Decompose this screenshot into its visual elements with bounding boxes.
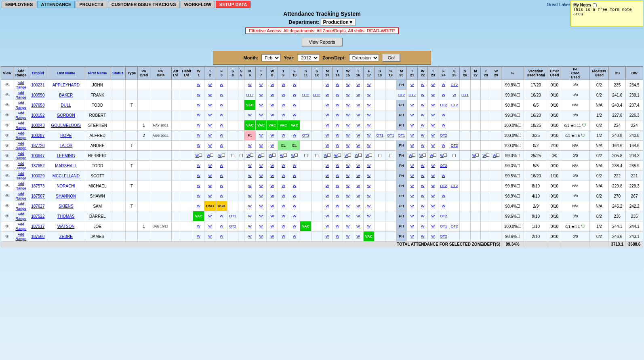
day-cell[interactable]: W (428, 90, 438, 100)
day-cell[interactable]: W (193, 141, 204, 151)
day-cell[interactable]: W (322, 201, 332, 211)
view-icon[interactable]: 👁 (5, 203, 10, 209)
day-cell[interactable]: W (289, 161, 300, 171)
day-cell[interactable]: W (343, 201, 353, 211)
day-cell[interactable]: W (322, 221, 332, 232)
nav-tab-projects[interactable]: PROJECTS (76, 1, 107, 8)
day-cell[interactable]: W (204, 110, 216, 120)
day-cell[interactable]: W (216, 151, 227, 161)
day-cell[interactable]: W (216, 232, 227, 242)
view-icon[interactable]: 👁 (5, 173, 10, 179)
day-cell[interactable]: PH (396, 191, 407, 201)
add-range-link[interactable]: Add (18, 152, 24, 156)
day-cell[interactable]: W (267, 191, 278, 201)
day-cell[interactable]: W (278, 110, 289, 120)
day-cell[interactable]: W (278, 90, 289, 100)
day-cell[interactable]: W (407, 181, 418, 191)
day-cell[interactable]: W (417, 211, 427, 221)
day-cell[interactable]: PH (396, 201, 407, 211)
day-cell[interactable]: W (363, 201, 375, 211)
day-cell[interactable]: W (333, 232, 343, 242)
day-cell[interactable]: W (343, 141, 353, 151)
day-cell[interactable]: W (267, 232, 278, 242)
day-cell[interactable]: W (255, 161, 267, 171)
nav-tab-attendance[interactable]: ATTENDANCE (37, 1, 75, 8)
day-cell[interactable]: W (244, 232, 256, 242)
day-cell[interactable]: W (343, 221, 353, 232)
add-range-link[interactable]: Add (18, 232, 24, 236)
day-cell[interactable]: OT2 (449, 80, 460, 90)
day-cell[interactable]: W (407, 100, 418, 110)
range-link[interactable]: Range (16, 136, 27, 140)
day-cell[interactable]: W (289, 171, 300, 181)
day-cell[interactable]: W (267, 211, 278, 221)
day-cell[interactable]: W (428, 221, 438, 232)
day-cell[interactable]: W (438, 171, 449, 181)
empid-link[interactable]: 100029 (31, 174, 44, 178)
day-cell[interactable]: W (322, 211, 332, 221)
lastname-link[interactable]: ZEBRE (59, 234, 73, 239)
day-cell[interactable]: W (193, 171, 204, 181)
day-cell[interactable]: W (193, 80, 204, 90)
day-cell[interactable]: W (438, 90, 449, 100)
day-cell[interactable]: W (417, 181, 427, 191)
day-cell[interactable]: W (244, 80, 256, 90)
month-select[interactable]: Feb (261, 54, 280, 61)
day-cell[interactable]: W (193, 181, 204, 191)
lastname-link[interactable]: MARSHALL (55, 164, 77, 168)
day-cell[interactable]: W (267, 151, 278, 161)
day-cell[interactable]: OT1 (375, 131, 385, 141)
day-cell[interactable] (227, 151, 238, 161)
day-cell[interactable]: W (333, 141, 343, 151)
range-link[interactable]: Range (16, 237, 27, 241)
day-cell[interactable]: W (322, 151, 332, 161)
lastname-link[interactable]: BAKER (59, 93, 73, 97)
day-cell[interactable]: W (289, 191, 300, 201)
day-cell[interactable]: W (289, 181, 300, 191)
day-cell[interactable]: W (216, 221, 227, 232)
go-button[interactable]: Go! (382, 54, 401, 62)
day-cell[interactable]: W (193, 232, 204, 242)
lastname-link[interactable]: SKIENS (59, 204, 74, 208)
day-cell[interactable]: W (255, 151, 267, 161)
day-cell[interactable]: W (407, 191, 418, 201)
day-cell[interactable]: W (267, 201, 278, 211)
day-cell[interactable]: W (417, 171, 427, 181)
day-cell[interactable]: W (322, 181, 332, 191)
day-cell[interactable]: OT2 (227, 221, 238, 232)
empid-link[interactable]: 187652 (31, 164, 44, 168)
lastname-link[interactable]: GORDON (57, 113, 75, 118)
day-cell[interactable]: W (267, 100, 278, 110)
day-cell[interactable]: W (244, 201, 256, 211)
day-cell[interactable]: W (363, 161, 375, 171)
day-cell[interactable]: W (491, 151, 501, 161)
view-icon[interactable]: 👁 (5, 153, 10, 158)
day-cell[interactable]: W (417, 201, 427, 211)
range-link[interactable]: Range (16, 227, 27, 231)
day-cell[interactable] (449, 151, 460, 161)
day-cell[interactable]: W (353, 110, 363, 120)
day-cell[interactable]: W (216, 120, 227, 131)
day-cell[interactable]: VAC (278, 120, 289, 131)
day-cell[interactable]: W (428, 131, 438, 141)
empid-link[interactable]: 187573 (31, 184, 44, 188)
day-cell[interactable]: W (204, 131, 216, 141)
day-cell[interactable]: W (470, 151, 480, 161)
year-select[interactable]: 2012 (298, 54, 319, 61)
nav-tab-employees[interactable]: EMPLOYEES (2, 1, 36, 8)
range-link[interactable]: Range (16, 105, 27, 109)
day-cell[interactable]: W (278, 151, 289, 161)
day-cell[interactable]: W (353, 151, 363, 161)
day-cell[interactable]: W (216, 80, 227, 90)
day-cell[interactable]: W (267, 141, 278, 151)
col-firstname-link[interactable]: First Name (88, 71, 107, 75)
day-cell[interactable]: W (216, 141, 227, 151)
day-cell[interactable]: W (417, 232, 427, 242)
day-cell[interactable]: OT1 (460, 90, 471, 100)
day-cell[interactable]: PH (396, 171, 407, 181)
day-cell[interactable]: PH (396, 120, 407, 131)
day-cell[interactable]: W (289, 232, 300, 242)
day-cell[interactable]: PH (396, 181, 407, 191)
day-cell[interactable]: W (204, 232, 216, 242)
day-cell[interactable]: W (428, 151, 438, 161)
